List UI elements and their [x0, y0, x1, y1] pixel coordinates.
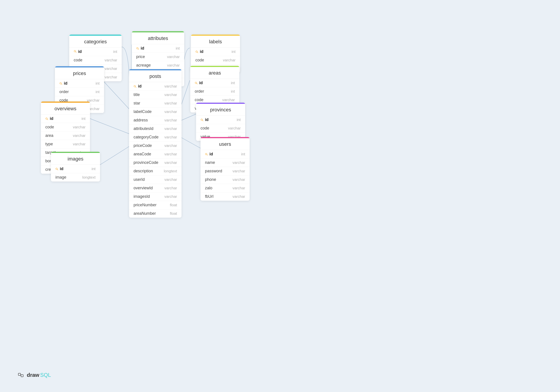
svg-line-11	[197, 83, 197, 84]
table-header-overviews: overviews	[41, 102, 90, 115]
table-images: images id int image longtext	[51, 152, 100, 181]
table-header-labels: labels	[191, 35, 240, 48]
table-users: users id int name varchar password varch…	[200, 137, 250, 201]
row-categories-id: id int	[69, 48, 122, 56]
table-provinces: provinces id int code varchar value varc…	[196, 103, 245, 141]
svg-line-3	[138, 49, 139, 49]
table-header-categories: categories	[69, 35, 122, 48]
svg-line-19	[207, 154, 208, 155]
table-header-areas: areas	[190, 66, 239, 79]
svg-line-7	[61, 83, 62, 84]
logo-draw: draw	[27, 372, 39, 378]
svg-line-13	[47, 119, 48, 120]
table-header-images: images	[51, 152, 100, 165]
svg-rect-20	[18, 373, 20, 375]
logo-sql: SQL	[40, 372, 51, 378]
row-categories-code: code varchar	[69, 56, 122, 65]
key-icon	[74, 49, 77, 54]
row-attributes-id: id int	[132, 44, 184, 53]
table-header-prices: prices	[55, 66, 104, 79]
logo: drawSQL	[18, 372, 51, 379]
svg-rect-21	[21, 375, 23, 377]
drawsql-logo-icon	[18, 372, 25, 379]
table-header-users: users	[200, 137, 250, 150]
svg-line-17	[57, 169, 58, 170]
table-header-attributes: attributes	[132, 31, 184, 44]
svg-line-5	[197, 52, 198, 53]
svg-line-1	[75, 52, 76, 52]
table-header-provinces: provinces	[196, 103, 245, 116]
svg-line-15	[202, 120, 203, 121]
svg-line-9	[135, 86, 136, 87]
table-posts: posts id varchar title varchar star varc…	[129, 69, 181, 218]
table-header-posts: posts	[129, 69, 181, 82]
